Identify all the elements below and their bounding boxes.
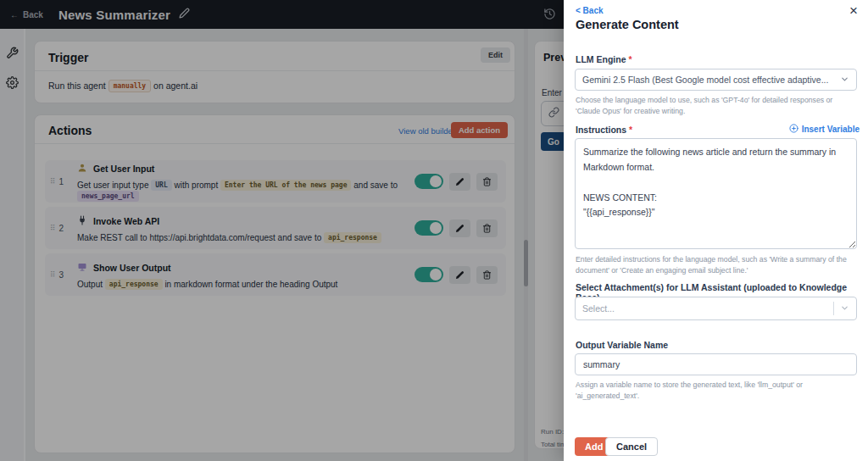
circle-plus-icon — [789, 124, 798, 135]
instructions-label: Instructions * — [576, 125, 632, 135]
chevron-down-icon — [840, 301, 849, 316]
output-variable-input[interactable] — [575, 353, 857, 375]
output-variable-label: Output Variable Name — [576, 340, 668, 350]
insert-variable-link[interactable]: Insert Variable — [789, 124, 860, 135]
llm-engine-select[interactable]: Gemini 2.5 Flash (Best Google model cost… — [575, 69, 857, 91]
instructions-textarea[interactable]: Summarize the following news article and… — [575, 138, 857, 249]
attachments-select[interactable]: Select... — [575, 297, 857, 320]
output-variable-help: Assign a variable name to store the gene… — [576, 380, 857, 401]
select-divider — [833, 302, 834, 315]
cancel-button[interactable]: Cancel — [605, 437, 658, 456]
drawer-back-link[interactable]: < Back — [576, 6, 604, 15]
instructions-help: Enter detailed instructions for the lang… — [576, 254, 857, 275]
drawer-title: Generate Content — [576, 18, 679, 31]
required-mark: * — [629, 125, 632, 135]
close-icon[interactable]: × — [849, 3, 858, 18]
llm-engine-help: Choose the language model to use, such a… — [576, 95, 857, 116]
llm-engine-label: LLM Engine * — [576, 54, 632, 64]
attachments-placeholder: Select... — [582, 303, 830, 314]
required-mark: * — [628, 54, 632, 64]
generate-content-drawer: < Back Generate Content × LLM Engine * G… — [564, 0, 868, 461]
chevron-down-icon — [840, 72, 849, 87]
app-window: ← Back News Summarizer Trigger Edit Run … — [0, 0, 868, 461]
llm-engine-value: Gemini 2.5 Flash (Best Google model cost… — [582, 75, 840, 85]
